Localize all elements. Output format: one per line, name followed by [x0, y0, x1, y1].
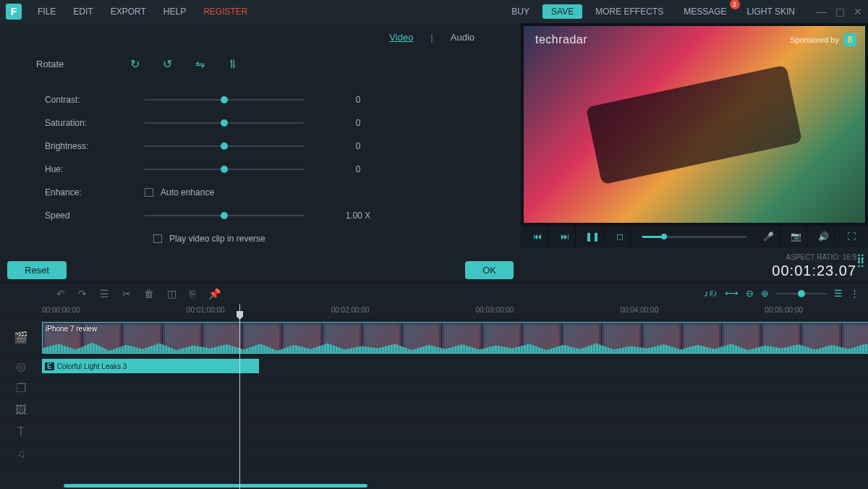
pin-icon[interactable]: 📌 — [208, 288, 221, 299]
menu-edit[interactable]: EDIT — [66, 4, 100, 20]
app-logo: F — [6, 4, 22, 20]
preview-viewport: techradar Sponsored by 8 — [524, 26, 865, 223]
hue-slider[interactable] — [145, 169, 304, 170]
speed-slider[interactable] — [145, 215, 304, 216]
flip-vertical-icon[interactable]: ⥮ — [228, 57, 237, 71]
text-track-icon[interactable]: T — [0, 421, 42, 443]
volume-icon[interactable]: 🔊 — [813, 226, 835, 247]
saturation-label: Saturation: — [36, 118, 145, 128]
video-clip-label: iPhone 7 review — [46, 325, 97, 333]
video-track-icon[interactable]: 🎬 — [0, 320, 42, 356]
redo-icon[interactable]: ↷ — [78, 288, 87, 299]
menu-buy[interactable]: BUY — [504, 4, 537, 20]
reset-button[interactable]: Reset — [7, 261, 67, 279]
menu-register[interactable]: REGISTER — [196, 4, 255, 20]
crop-icon[interactable]: ◫ — [167, 288, 176, 299]
effect-clip-label: Colorful Light Leaks 3 — [57, 362, 127, 370]
menu-help[interactable]: HELP — [156, 4, 193, 20]
tab-video[interactable]: Video — [389, 32, 413, 43]
export-clip-icon[interactable]: ⎘ — [190, 288, 195, 299]
menu-export[interactable]: EXPORT — [103, 4, 153, 20]
auto-enhance-checkbox[interactable] — [145, 188, 153, 197]
zoom-in-icon[interactable]: ⊕ — [761, 288, 769, 299]
image-track-icon[interactable]: 🖼 — [0, 399, 42, 421]
ok-button[interactable]: OK — [465, 261, 514, 279]
options-icon[interactable]: ⋮ — [850, 288, 859, 299]
reverse-label: Play video clip in reverse — [169, 234, 265, 244]
menu-light-skin[interactable]: LIGHT SKIN — [740, 4, 802, 20]
tab-audio[interactable]: Audio — [451, 32, 475, 43]
settings-list-icon[interactable]: ☰ — [100, 288, 109, 299]
cut-icon[interactable]: ✂ — [122, 288, 131, 299]
undo-icon[interactable]: ↶ — [56, 288, 65, 299]
playback-progress[interactable] — [642, 236, 746, 238]
fullscreen-icon[interactable]: ⛶ — [841, 226, 862, 247]
timeline-toolbar: ↶ ↷ ☰ ✂ 🗑 ◫ ⎘ 📌 ♪♯♪ ⟷ ⊖ ⊕ ☰ ⋮ — [0, 282, 868, 304]
auto-enhance-label: Auto enhance — [161, 187, 214, 197]
stop-icon[interactable]: ◻ — [609, 226, 631, 247]
rotate-label: Rotate — [36, 59, 130, 69]
effect-clip[interactable]: E Colorful Light Leaks 3 — [42, 359, 259, 373]
tab-separator: | — [430, 32, 433, 43]
ruler-mark: 00:01:00:00 — [187, 306, 225, 314]
image-track[interactable] — [42, 399, 868, 421]
aspect-ratio-label: ASPECT RATIO: 16:9 — [786, 253, 856, 261]
time-ruler[interactable]: 00:00:00:00 00:01:00:00 00:02:00:00 00:0… — [42, 304, 868, 320]
audio-track-icon[interactable]: ♫ — [0, 443, 42, 464]
record-voiceover-icon[interactable]: 🎤 — [758, 226, 780, 247]
text-track[interactable] — [42, 421, 868, 443]
menu-message[interactable]: MESSAGE 2 — [676, 4, 733, 20]
menu-group-left: FILE EDIT EXPORT HELP REGISTER — [30, 4, 255, 20]
prev-frame-icon[interactable]: ⏮ — [527, 226, 548, 247]
rotate-ccw-icon[interactable]: ↺ — [163, 57, 172, 71]
speed-value: 1.00 X — [340, 211, 376, 221]
preview-sponsored: Sponsored by 8 — [790, 33, 856, 46]
effect-track-icon[interactable]: ◎ — [0, 356, 42, 378]
message-badge: 2 — [730, 0, 740, 9]
brightness-slider[interactable] — [145, 145, 304, 147]
horizontal-scrollbar[interactable] — [64, 484, 367, 488]
close-icon[interactable]: ✕ — [854, 6, 862, 17]
minimize-icon[interactable]: — — [817, 6, 827, 17]
contrast-label: Contrast: — [36, 95, 145, 105]
audio-track[interactable] — [42, 443, 868, 464]
sponsored-label: Sponsored by — [790, 35, 839, 44]
playhead[interactable] — [239, 304, 240, 489]
video-track[interactable]: iPhone 7 review — [42, 320, 868, 356]
window-controls: — ▢ ✕ — [817, 6, 862, 17]
overlay-track-icon[interactable]: ❐ — [0, 378, 42, 399]
delete-icon[interactable]: 🗑 — [144, 288, 154, 299]
next-frame-icon[interactable]: ⏭ — [554, 226, 576, 247]
layout-grid-icon[interactable]: ⠿⠿ — [856, 258, 865, 266]
tracks-area[interactable]: 00:00:00:00 00:01:00:00 00:02:00:00 00:0… — [42, 304, 868, 489]
zoom-out-icon[interactable]: ⊖ — [746, 288, 754, 299]
audio-mixer-icon[interactable]: ♪♯♪ — [704, 288, 718, 299]
preview-watermark: techradar — [535, 33, 587, 46]
saturation-value: 0 — [340, 118, 376, 128]
flip-horizontal-icon[interactable]: ⇋ — [195, 57, 205, 71]
menu-file[interactable]: FILE — [30, 4, 63, 20]
ruler-mark: 00:03:00:00 — [476, 306, 514, 314]
menu-more-effects[interactable]: MORE EFFECTS — [588, 4, 671, 20]
brightness-label: Brightness: — [36, 141, 145, 151]
list-view-icon[interactable]: ☰ — [834, 288, 843, 299]
reverse-checkbox[interactable] — [153, 234, 162, 243]
zoom-slider[interactable] — [776, 293, 827, 294]
maximize-icon[interactable]: ▢ — [835, 6, 845, 17]
edit-tabs: Video | Audio — [36, 32, 503, 43]
menu-group-right: BUY SAVE MORE EFFECTS MESSAGE 2 LIGHT SK… — [504, 4, 862, 20]
rotate-cw-icon[interactable]: ↻ — [130, 57, 140, 71]
hue-value: 0 — [340, 164, 376, 174]
enhance-label: Enhance: — [36, 187, 145, 197]
edit-panel: Video | Audio Rotate ↻ ↺ ⇋ ⥮ Contrast: 0… — [0, 23, 521, 282]
saturation-slider[interactable] — [145, 122, 304, 124]
pause-icon[interactable]: ❚❚ — [582, 226, 603, 247]
contrast-slider[interactable] — [145, 99, 304, 101]
effect-track[interactable]: E Colorful Light Leaks 3 — [42, 356, 868, 378]
save-button[interactable]: SAVE — [542, 4, 582, 19]
playback-bar: ⏮ ⏭ ❚❚ ◻ 🎤 📷 🔊 ⛶ — [521, 226, 868, 247]
snapshot-icon[interactable]: 📷 — [786, 226, 807, 247]
fit-icon[interactable]: ⟷ — [725, 288, 739, 299]
overlay-track[interactable] — [42, 378, 868, 399]
ruler-mark: 00:05:00:00 — [765, 306, 803, 314]
